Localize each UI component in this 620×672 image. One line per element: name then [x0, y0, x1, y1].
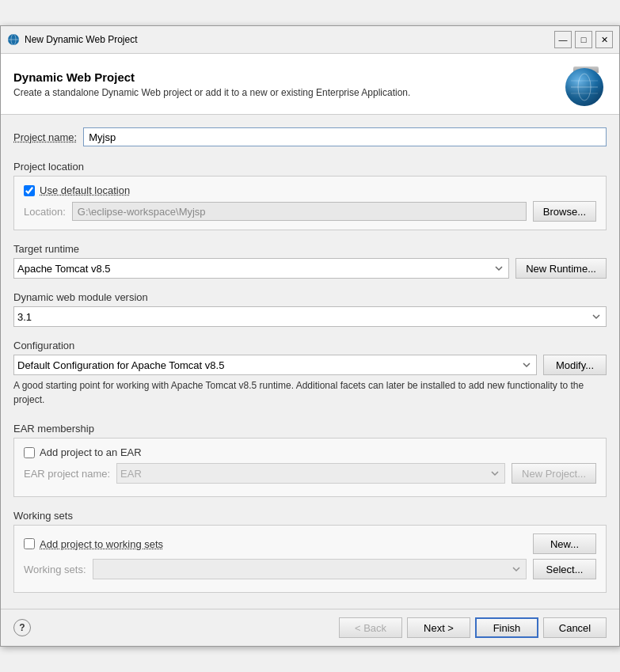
project-location-label: Project location: [13, 161, 607, 173]
use-default-location-checkbox-label: Use default location: [40, 184, 130, 196]
working-sets-row: Working sets: Select...: [24, 559, 596, 579]
project-location-group: Use default location Location: Browse...: [13, 176, 607, 230]
main-window: New Dynamic Web Project — □ ✕ Dynamic We…: [0, 25, 620, 647]
header-text: Dynamic Web Project Create a standalone …: [13, 70, 410, 98]
cancel-button[interactable]: Cancel: [543, 617, 607, 638]
ear-project-select: EAR: [116, 463, 505, 484]
project-name-label: Project name:: [13, 131, 77, 143]
use-default-location-checkbox[interactable]: [24, 185, 35, 196]
location-input: [72, 202, 527, 221]
next-button[interactable]: Next >: [407, 617, 470, 638]
ear-project-row: EAR project name: EAR New Project...: [24, 463, 596, 484]
add-to-ear-row: Add project to an EAR: [24, 446, 596, 458]
window-title: New Dynamic Web Project: [25, 34, 550, 45]
working-sets-group: Add project to working sets New... Worki…: [13, 525, 607, 593]
module-version-select[interactable]: 3.1 3.0 2.5: [13, 306, 607, 327]
working-sets-select: [93, 559, 527, 579]
project-name-row: Project name:: [13, 127, 607, 146]
header: Dynamic Web Project Create a standalone …: [1, 54, 619, 115]
bottom-buttons: < Back Next > Finish Cancel: [339, 617, 607, 638]
add-to-ear-checkbox[interactable]: [24, 447, 35, 458]
browse-button[interactable]: Browse...: [533, 201, 596, 222]
minimize-button[interactable]: —: [554, 31, 572, 48]
module-version-label: Dynamic web module version: [13, 291, 607, 303]
new-working-set-button[interactable]: New...: [533, 533, 596, 554]
target-runtime-select[interactable]: Apache Tomcat v8.5: [13, 258, 509, 279]
modify-button[interactable]: Modify...: [543, 355, 607, 375]
add-to-working-sets-label: Add project to working sets: [40, 538, 163, 550]
finish-button[interactable]: Finish: [475, 617, 538, 638]
new-runtime-button[interactable]: New Runtime...: [515, 258, 607, 279]
ear-membership-section: EAR membership Add project to an EAR EAR…: [13, 423, 607, 497]
main-content: Project name: Project location Use defau…: [1, 115, 619, 609]
configuration-row: Default Configuration for Apache Tomcat …: [13, 355, 607, 375]
new-project-button[interactable]: New Project...: [512, 463, 596, 484]
target-runtime-section: Target runtime Apache Tomcat v8.5 New Ru…: [13, 243, 607, 279]
target-runtime-row: Apache Tomcat v8.5 New Runtime...: [13, 258, 607, 279]
back-button[interactable]: < Back: [339, 617, 402, 638]
select-working-sets-button[interactable]: Select...: [533, 559, 596, 579]
window-controls: — □ ✕: [554, 31, 613, 48]
header-description: Create a standalone Dynamic Web project …: [13, 87, 410, 98]
add-to-working-sets-checkbox[interactable]: [24, 538, 35, 549]
maximize-button[interactable]: □: [575, 31, 592, 48]
add-to-working-sets-row: Add project to working sets: [24, 538, 163, 550]
use-default-location-row: Use default location: [24, 184, 596, 196]
working-sets-section: Working sets Add project to working sets…: [13, 510, 607, 593]
working-sets-field-label: Working sets:: [24, 564, 86, 575]
add-to-ear-label: Add project to an EAR: [40, 446, 142, 458]
location-row: Location: Browse...: [24, 201, 596, 222]
bottom-bar: ? < Back Next > Finish Cancel: [1, 609, 619, 646]
configuration-label: Configuration: [13, 340, 607, 351]
ear-membership-label: EAR membership: [13, 423, 607, 435]
header-title: Dynamic Web Project: [13, 70, 410, 84]
module-version-section: Dynamic web module version 3.1 3.0 2.5: [13, 291, 607, 327]
globe-jar-icon: [565, 63, 607, 104]
target-runtime-label: Target runtime: [13, 243, 607, 255]
configuration-section: Configuration Default Configuration for …: [13, 340, 607, 410]
project-location-section: Project location Use default location Lo…: [13, 161, 607, 230]
configuration-select[interactable]: Default Configuration for Apache Tomcat …: [13, 355, 537, 375]
close-button[interactable]: ✕: [595, 31, 613, 48]
configuration-description: A good starting point for working with A…: [13, 375, 607, 410]
working-sets-label: Working sets: [13, 510, 607, 522]
title-bar: New Dynamic Web Project — □ ✕: [1, 26, 619, 54]
location-label: Location:: [24, 206, 66, 218]
window-icon: [7, 33, 20, 46]
help-button[interactable]: ?: [13, 619, 31, 636]
project-name-input[interactable]: [83, 127, 607, 146]
ear-membership-group: Add project to an EAR EAR project name: …: [13, 438, 607, 497]
ear-project-label: EAR project name:: [24, 468, 110, 480]
